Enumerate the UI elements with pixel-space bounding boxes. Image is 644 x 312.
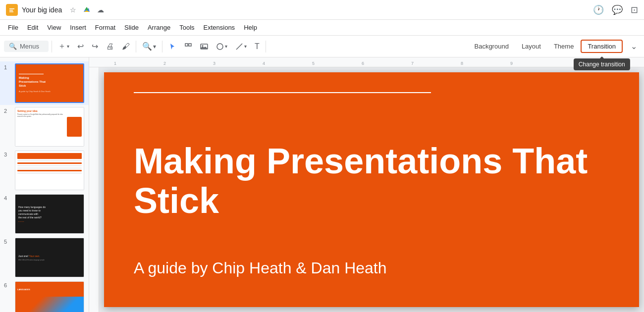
ruler-mark: 8 <box>461 61 463 66</box>
menu-insert[interactable]: Insert <box>66 22 90 33</box>
background-button[interactable]: Background <box>468 41 514 52</box>
ruler-mark: 3 <box>213 61 215 66</box>
thumb-1-content: MakingPresentations ThatStick A guide by… <box>16 64 83 102</box>
slide-item-1[interactable]: 1 MakingPresentations ThatStick A guide … <box>0 61 89 105</box>
thumb-4-content: How many languages doyou need to know to… <box>15 195 84 233</box>
slide-thumb-6[interactable]: LANGUAGES <box>15 281 84 312</box>
thumb-1-sub: A guide by Chip Heath & Dan Heath <box>19 90 80 93</box>
thumb-4-title: How many languages doyou need to know to… <box>18 206 81 219</box>
print-button[interactable]: 🖨 <box>103 39 117 54</box>
layout-button[interactable]: Layout <box>516 41 547 52</box>
slide-thumb-2[interactable]: Setting your idea Present content on Goo… <box>15 107 84 147</box>
svg-rect-4 <box>185 44 188 46</box>
menu-format[interactable]: Format <box>91 22 119 33</box>
theme-button[interactable]: Theme <box>548 41 580 52</box>
slide-item-4[interactable]: 4 How many languages doyou need to know … <box>0 192 89 236</box>
canvas-area: 1 2 3 4 5 6 7 8 9 Making Presentations T… <box>89 57 644 312</box>
app-logo <box>6 4 18 16</box>
line-button[interactable]: ▾ <box>232 39 250 54</box>
main-slide[interactable]: Making Presentations That Stick A guide … <box>104 72 639 307</box>
thumb-3-line-6 <box>17 172 82 174</box>
select-button[interactable] <box>181 39 195 54</box>
menu-help[interactable]: Help <box>240 22 261 33</box>
slide-thumb-3[interactable] <box>15 151 84 190</box>
thumb-3-line-1 <box>17 160 82 161</box>
slide-item-2[interactable]: 2 Setting your idea Present content on G… <box>0 105 89 149</box>
svg-point-8 <box>217 44 223 50</box>
ruler-horizontal: 1 2 3 4 5 6 7 8 9 <box>89 57 644 67</box>
slide-number-1: 1 <box>4 63 12 70</box>
main-area: 1 MakingPresentations ThatStick A guide … <box>0 57 644 312</box>
ruler-mark: 5 <box>312 61 315 66</box>
thumb-3-line-2 <box>17 162 82 164</box>
shape-button[interactable]: ▾ <box>213 39 230 54</box>
thumb-2-text: Setting your idea Present content on Goo… <box>17 109 65 144</box>
toolbar-search[interactable]: 🔍 Menus <box>4 41 49 52</box>
ruler-mark: 2 <box>163 61 166 66</box>
thumb-5-sub: With 6 BILLION native-language people <box>18 259 81 261</box>
zoom-button[interactable]: 🔍 ▾ <box>139 39 159 54</box>
slide-number-4: 4 <box>4 194 12 201</box>
thumb-5-content: Just one! Your own. With 6 BILLION nativ… <box>15 238 84 277</box>
plus-icon: ＋ <box>58 41 66 52</box>
svg-rect-1 <box>9 8 14 9</box>
star-icon[interactable]: ☆ <box>68 5 78 15</box>
transition-button[interactable]: Transition <box>581 40 623 53</box>
title-icons: ☆ ☁ <box>68 5 106 15</box>
slide-item-5[interactable]: 5 Just one! Your own. With 6 BILLION nat… <box>0 236 89 279</box>
history-icon[interactable]: 🕐 <box>593 4 604 15</box>
svg-line-9 <box>236 44 242 50</box>
ruler-mark: 7 <box>411 61 414 66</box>
cursor-button[interactable] <box>165 39 179 54</box>
textbox-button[interactable]: T <box>252 39 263 54</box>
slide-panel: 1 MakingPresentations ThatStick A guide … <box>0 57 89 312</box>
menu-arrange[interactable]: Arrange <box>144 22 174 33</box>
divider-3 <box>162 41 162 52</box>
menu-slide[interactable]: Slide <box>120 22 143 33</box>
drive-icon[interactable] <box>82 5 92 15</box>
slide-content: Making Presentations That Stick A guide … <box>104 72 639 307</box>
slide-thumb-4[interactable]: How many languages doyou need to know to… <box>15 194 84 234</box>
comment-icon[interactable]: 💬 <box>612 4 623 15</box>
thumb-2-content: Setting your idea Present content on Goo… <box>15 107 84 146</box>
shape-chevron-icon: ▾ <box>225 44 227 49</box>
cloud-icon[interactable]: ☁ <box>96 5 106 15</box>
ruler-mark: 1 <box>114 61 116 66</box>
slide-thumb-5[interactable]: Just one! Your own. With 6 BILLION nativ… <box>15 238 84 277</box>
ruler-mark: 4 <box>263 61 265 66</box>
slide-thumb-1[interactable]: MakingPresentations ThatStick A guide by… <box>15 63 84 103</box>
slide-number-5: 5 <box>4 238 12 245</box>
divider-1 <box>52 41 52 52</box>
zoom-level: ▾ <box>153 43 156 50</box>
redo-button[interactable]: ↪ <box>89 39 101 54</box>
menu-bar: File Edit View Insert Format Slide Arran… <box>0 20 644 36</box>
slide-item-3[interactable]: 3 <box>0 149 89 192</box>
menu-extensions[interactable]: Extensions <box>200 22 239 33</box>
slide-subtitle: A guide by Chip Heath & Dan Heath <box>134 259 609 277</box>
slide-top-line <box>134 92 431 93</box>
transition-container: Transition Change transition <box>581 40 623 53</box>
ruler-mark: 9 <box>510 61 513 66</box>
add-slide-button[interactable]: ＋ ▾ <box>55 39 72 54</box>
present-icon[interactable]: ⊡ <box>631 4 638 15</box>
thumb-2-title: Setting your idea <box>17 109 65 112</box>
divider-2 <box>136 41 136 52</box>
paint-format-button[interactable]: 🖌 <box>119 39 133 54</box>
menu-tools[interactable]: Tools <box>175 22 198 33</box>
thumb-2-image <box>67 117 82 137</box>
menu-edit[interactable]: Edit <box>23 22 42 33</box>
thumb-6-image <box>15 297 84 312</box>
slide-item-6[interactable]: 6 LANGUAGES <box>0 279 89 312</box>
image-button[interactable] <box>197 39 211 54</box>
slide-number-3: 3 <box>4 151 12 157</box>
thumb-6-label: LANGUAGES <box>17 288 30 291</box>
svg-rect-2 <box>9 10 13 11</box>
divider-4 <box>266 41 266 52</box>
top-right-controls: 🕐 💬 ⊡ <box>593 4 638 15</box>
menu-file[interactable]: File <box>4 22 22 33</box>
undo-button[interactable]: ↩ <box>74 39 87 54</box>
thumb-3-line-4 <box>17 167 82 169</box>
menu-view[interactable]: View <box>43 22 65 33</box>
expand-icon[interactable]: ⌄ <box>628 39 640 54</box>
svg-point-7 <box>202 45 204 47</box>
